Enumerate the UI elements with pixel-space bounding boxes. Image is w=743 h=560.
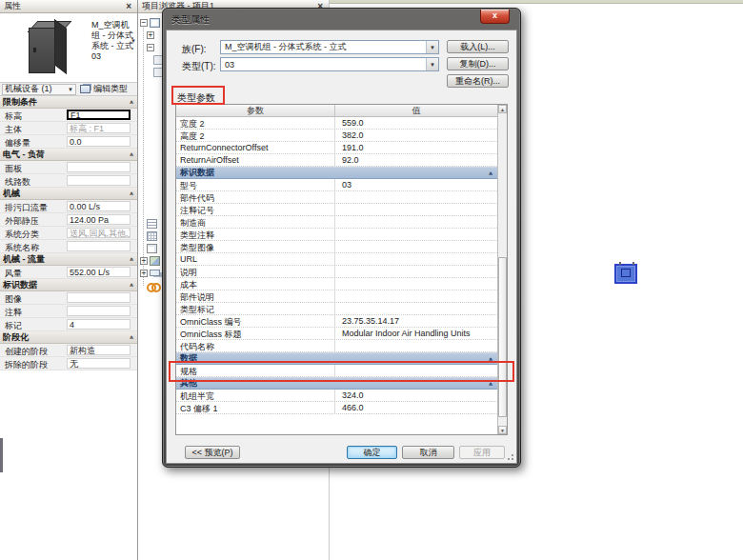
type-parameters-table: 参数 值 宽度 2559.0高度 2382.0ReturnConnectorOf… bbox=[175, 104, 508, 435]
collapse-icon[interactable]: ∧ bbox=[129, 282, 134, 288]
param-value[interactable] bbox=[335, 266, 497, 277]
param-value[interactable] bbox=[335, 278, 497, 290]
dialog-close-button[interactable]: x bbox=[480, 10, 510, 24]
param-row: 机组半宽324.0 bbox=[176, 390, 497, 402]
property-group-label: 阶段化 bbox=[3, 331, 29, 344]
value-column-header: 值 bbox=[335, 105, 497, 116]
param-group-header[interactable]: 数据∧ bbox=[176, 352, 497, 365]
param-value[interactable] bbox=[335, 290, 497, 302]
scrollbar-thumb[interactable] bbox=[498, 257, 507, 417]
type-dropdown[interactable]: 03 ▼ bbox=[220, 57, 439, 71]
param-row: 型号03 bbox=[176, 179, 497, 191]
unit-inner-outline bbox=[621, 269, 631, 277]
property-label: 偏移量 bbox=[0, 135, 67, 148]
collapse-icon[interactable]: ∧ bbox=[129, 190, 134, 196]
property-group-header[interactable]: 机械∧ bbox=[0, 188, 137, 200]
resize-grip[interactable] bbox=[507, 453, 514, 461]
property-value[interactable]: 无 bbox=[67, 358, 131, 369]
property-value[interactable] bbox=[67, 162, 131, 172]
property-row: 标高F1 bbox=[0, 109, 137, 122]
param-value[interactable]: Modular Indoor Air Handling Units bbox=[335, 328, 497, 339]
param-value[interactable] bbox=[335, 303, 497, 314]
preview-button[interactable]: << 预览(P) bbox=[185, 446, 240, 459]
param-value[interactable] bbox=[335, 229, 497, 240]
tree-expander-icon[interactable]: + bbox=[140, 257, 148, 265]
param-value[interactable]: 324.0 bbox=[335, 390, 497, 401]
type-selector[interactable]: M_空调机组 - 分体式系统 - 立式 03 ▼ bbox=[0, 13, 137, 83]
property-group-label: 电气 - 负荷 bbox=[3, 149, 45, 161]
property-value[interactable]: F1 bbox=[67, 110, 131, 120]
param-value[interactable]: 466.0 bbox=[335, 402, 497, 413]
collapse-icon[interactable]: ∧ bbox=[129, 151, 134, 157]
param-value[interactable] bbox=[335, 191, 497, 203]
cancel-button[interactable]: 取消 bbox=[402, 446, 454, 459]
scroll-down-icon[interactable]: ▼ bbox=[498, 426, 507, 434]
chevron-down-icon[interactable]: ▼ bbox=[426, 58, 438, 70]
param-value[interactable] bbox=[335, 216, 497, 228]
rename-button[interactable]: 重命名(R)... bbox=[447, 74, 509, 88]
collapse-icon[interactable]: ∧ bbox=[129, 99, 134, 105]
ribbon-bottom-strip bbox=[330, 0, 743, 4]
param-value[interactable]: 23.75.35.14.17 bbox=[335, 315, 497, 327]
property-group-header[interactable]: 限制条件∧ bbox=[0, 96, 137, 109]
param-value[interactable] bbox=[335, 253, 497, 265]
table-scrollbar[interactable]: ▲ ▼ bbox=[497, 105, 507, 434]
collapse-icon[interactable]: ∧ bbox=[488, 355, 493, 361]
tree-expander-icon[interactable]: + bbox=[140, 270, 148, 277]
collapse-icon[interactable]: ∧ bbox=[488, 380, 493, 386]
scroll-up-icon[interactable]: ▲ bbox=[498, 105, 507, 113]
tree-expander-icon[interactable]: − bbox=[140, 19, 148, 27]
property-value[interactable] bbox=[67, 175, 131, 186]
param-group-header[interactable]: 标识数据∧ bbox=[176, 167, 497, 179]
close-icon[interactable]: × bbox=[124, 1, 133, 12]
property-value[interactable]: 送风,回风,其他,卫... bbox=[67, 228, 131, 238]
collapse-icon[interactable]: ∧ bbox=[488, 170, 493, 175]
collapse-icon[interactable]: ∧ bbox=[129, 256, 134, 262]
param-group-header[interactable]: 其他∧ bbox=[176, 377, 497, 390]
edit-type-button[interactable]: 编辑类型 bbox=[80, 83, 128, 95]
param-row: ReturnConnectorOffset191.0 bbox=[176, 142, 497, 154]
param-value[interactable]: 191.0 bbox=[335, 142, 497, 153]
tree-expander-icon[interactable]: − bbox=[147, 44, 154, 51]
param-value[interactable]: 559.0 bbox=[335, 117, 497, 129]
property-row: 标记4 bbox=[0, 318, 137, 331]
param-value[interactable]: 03 bbox=[335, 179, 497, 190]
chevron-down-icon[interactable]: ▼ bbox=[131, 38, 136, 44]
property-value[interactable] bbox=[67, 306, 131, 316]
param-value[interactable]: 382.0 bbox=[335, 130, 497, 141]
property-value[interactable]: 4 bbox=[67, 319, 131, 330]
family-dropdown[interactable]: M_空调机组 - 分体式系统 - 立式 ▼ bbox=[220, 40, 439, 54]
selected-air-handling-unit[interactable] bbox=[614, 264, 637, 284]
property-group-header[interactable]: 阶段化∧ bbox=[0, 331, 137, 344]
load-button[interactable]: 载入(L)... bbox=[447, 40, 509, 53]
property-value[interactable]: 0.0 bbox=[67, 136, 131, 147]
tree-expander-icon[interactable]: + bbox=[147, 31, 154, 39]
property-group-header[interactable]: 电气 - 负荷∧ bbox=[0, 149, 137, 161]
param-name: 类型注释 bbox=[176, 229, 335, 240]
param-row: URL bbox=[176, 253, 497, 266]
property-value[interactable]: 标高 : F1 bbox=[67, 123, 131, 133]
collapse-icon[interactable]: ∧ bbox=[129, 334, 134, 340]
param-name: 高度 2 bbox=[176, 130, 335, 141]
property-value[interactable]: 124.00 Pa bbox=[67, 214, 131, 225]
param-name: 制造商 bbox=[176, 216, 335, 228]
param-value[interactable] bbox=[335, 204, 497, 215]
property-value[interactable] bbox=[67, 241, 131, 251]
param-value[interactable] bbox=[335, 365, 497, 376]
param-value[interactable] bbox=[335, 340, 497, 351]
property-value[interactable]: 552.00 L/s bbox=[67, 267, 131, 277]
param-value[interactable] bbox=[335, 241, 497, 252]
left-edge-panel-sliver bbox=[0, 438, 3, 472]
properties-titlebar[interactable]: 属性 × bbox=[0, 0, 137, 13]
property-value[interactable]: 新构造 bbox=[67, 345, 131, 355]
property-value[interactable]: 0.00 L/s bbox=[67, 201, 131, 211]
category-dropdown[interactable]: 机械设备 (1) ▼ bbox=[2, 84, 76, 95]
duplicate-button[interactable]: 复制(D)... bbox=[447, 57, 509, 70]
property-value[interactable] bbox=[67, 292, 131, 303]
chevron-down-icon[interactable]: ▼ bbox=[426, 41, 438, 53]
param-row: 高度 2382.0 bbox=[176, 130, 497, 142]
property-group-header[interactable]: 标识数据∧ bbox=[0, 279, 137, 291]
param-value[interactable]: 92.0 bbox=[335, 154, 497, 166]
ok-button[interactable]: 确定 bbox=[347, 446, 397, 459]
property-group-header[interactable]: 机械 - 流量∧ bbox=[0, 253, 137, 266]
